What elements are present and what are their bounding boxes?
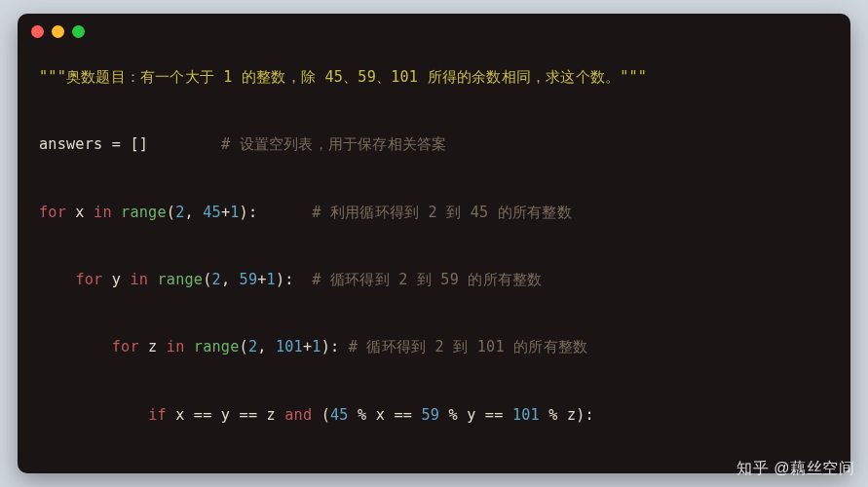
indent: [39, 271, 75, 288]
code-text: =: [112, 135, 121, 153]
code-text: y: [212, 406, 240, 424]
code-text: +: [221, 204, 230, 221]
code-text: ):: [276, 271, 294, 288]
keyword: if: [148, 406, 167, 424]
code-text: ==: [485, 406, 504, 424]
code-text: ):: [240, 204, 258, 221]
code-text: ,: [185, 204, 204, 221]
code-text: +: [303, 338, 312, 356]
number: 45: [203, 204, 221, 221]
number: 59: [240, 271, 258, 288]
code-text: z: [257, 406, 284, 424]
keyword: in: [130, 271, 148, 288]
code-text: ,: [221, 271, 240, 288]
number: 2: [175, 204, 184, 221]
minimize-icon[interactable]: [52, 25, 64, 38]
code-text: %: [349, 406, 376, 424]
number: 1: [267, 271, 276, 288]
code-text: (: [167, 204, 175, 221]
keyword: and: [284, 406, 312, 424]
docstring: """奥数题目：有一个大于 1 的整数，除 45、59、101 所得的余数相同，…: [39, 68, 647, 86]
code-text: ==: [394, 406, 412, 424]
number: 101: [276, 338, 303, 356]
func: range: [112, 204, 167, 221]
comment: # 循环得到 2 到 101 的所有整数: [349, 338, 587, 356]
number: 59: [421, 406, 439, 424]
code-text: ):: [321, 338, 340, 356]
code-text: %: [540, 406, 567, 424]
code-text: x: [66, 204, 94, 221]
code-block: """奥数题目：有一个大于 1 的整数，除 45、59、101 所得的余数相同，…: [18, 49, 850, 473]
keyword: in: [94, 204, 112, 221]
code-text: [504, 406, 512, 424]
code-text: ):: [576, 406, 594, 424]
code-text: (: [312, 406, 330, 424]
code-window: """奥数题目：有一个大于 1 的整数，除 45、59、101 所得的余数相同，…: [18, 14, 850, 473]
number: 101: [512, 406, 540, 424]
keyword: in: [167, 338, 185, 356]
code-text: (: [240, 338, 248, 356]
code-text: %: [439, 406, 467, 424]
code-text: z: [567, 406, 576, 424]
code-text: (: [203, 271, 211, 288]
code-text: x: [376, 406, 395, 424]
indent: [39, 406, 148, 424]
code-text: ,: [257, 338, 276, 356]
keyword: for: [75, 271, 102, 288]
func: range: [185, 338, 240, 356]
code-text: y: [467, 406, 485, 424]
comment: # 循环得到 2 到 59 的所有整数: [312, 271, 542, 288]
keyword: for: [112, 338, 139, 356]
code-text: answers: [39, 135, 112, 153]
code-text: []: [121, 135, 148, 153]
code-text: +: [257, 271, 266, 288]
zoom-icon[interactable]: [72, 25, 85, 38]
number: 2: [248, 338, 257, 356]
number: 2: [212, 271, 221, 288]
comment: # 利用循环得到 2 到 45 的所有整数: [312, 204, 572, 221]
code-text: z: [139, 338, 167, 356]
indent: [39, 338, 112, 356]
func: range: [148, 271, 203, 288]
keyword: for: [39, 204, 66, 221]
code-text: x: [167, 406, 194, 424]
watermark: 知乎 @藕丝空间: [736, 459, 854, 479]
number: 45: [330, 406, 349, 424]
number: 1: [230, 204, 239, 221]
close-icon[interactable]: [31, 25, 44, 38]
code-text: ==: [194, 406, 212, 424]
number: 1: [312, 338, 321, 356]
comment: # 设置空列表，用于保存相关答案: [221, 135, 447, 153]
code-text: ==: [240, 406, 258, 424]
window-titlebar: [18, 14, 850, 49]
code-text: y: [102, 271, 130, 288]
